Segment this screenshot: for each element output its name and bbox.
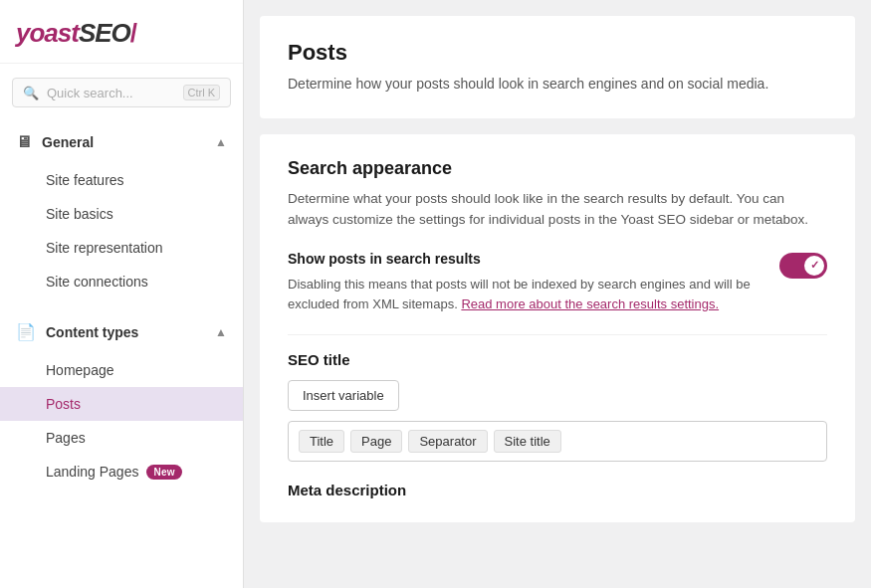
content-types-section-header[interactable]: 📄 Content types ▲ xyxy=(0,312,243,351)
logo-slash: / xyxy=(130,18,136,49)
logo-brand: yoast xyxy=(16,18,79,49)
document-icon: 📄 xyxy=(16,322,36,341)
content-types-chevron-icon: ▲ xyxy=(215,325,227,339)
show-in-search-description: Disabling this means that posts will not… xyxy=(288,275,760,314)
sidebar-item-site-connections[interactable]: Site connections xyxy=(0,265,243,298)
search-results-settings-link[interactable]: Read more about the search results setti… xyxy=(461,296,719,311)
search-placeholder: Quick search... xyxy=(47,86,175,100)
search-shortcut: Ctrl K xyxy=(183,85,221,100)
sidebar-item-site-representation[interactable]: Site representation xyxy=(0,231,243,265)
seo-title-section: SEO title Insert variable Title Page Sep… xyxy=(288,351,827,462)
logo-area: yoast SEO / xyxy=(0,0,243,64)
meta-description-label: Meta description xyxy=(288,482,827,498)
general-nav-items: Site features Site basics Site represent… xyxy=(0,161,243,300)
search-bar[interactable]: 🔍 Quick search... Ctrl K xyxy=(12,78,231,107)
sidebar-item-pages[interactable]: Pages xyxy=(0,421,243,455)
show-in-search-label-group: Show posts in search results Disabling t… xyxy=(288,251,779,314)
meta-description-section: Meta description xyxy=(288,482,827,498)
content-types-section-label: Content types xyxy=(46,324,138,340)
show-in-search-label: Show posts in search results xyxy=(288,251,760,267)
logo: yoast SEO / xyxy=(16,18,227,49)
seo-title-label: SEO title xyxy=(288,351,827,368)
content-types-nav-items: Homepage Posts Pages Landing Pages New xyxy=(0,351,243,490)
page-subtitle: Determine how your posts should look in … xyxy=(288,74,827,95)
monitor-icon: 🖥 xyxy=(16,133,32,151)
seo-title-tags-input[interactable]: Title Page Separator Site title xyxy=(288,421,827,462)
show-in-search-row: Show posts in search results Disabling t… xyxy=(288,251,827,335)
sidebar-item-homepage[interactable]: Homepage xyxy=(0,353,243,387)
sidebar-item-posts[interactable]: Posts xyxy=(0,387,243,421)
sidebar-item-site-basics[interactable]: Site basics xyxy=(0,197,243,231)
general-chevron-icon: ▲ xyxy=(215,135,227,149)
general-section-label: General xyxy=(42,134,94,150)
page-title: Posts xyxy=(288,40,827,66)
page-header-card: Posts Determine how your posts should lo… xyxy=(260,16,855,118)
tag-separator: Separator xyxy=(408,430,487,453)
tag-page: Page xyxy=(350,430,402,453)
insert-variable-button[interactable]: Insert variable xyxy=(288,380,399,411)
tag-title: Title xyxy=(299,430,344,453)
tag-site-title: Site title xyxy=(494,430,561,453)
general-section: 🖥 General ▲ Site features Site basics Si… xyxy=(0,117,243,306)
toggle-thumb: ✓ xyxy=(804,256,824,276)
show-in-search-toggle[interactable]: ✓ xyxy=(779,253,827,279)
content-types-section: 📄 Content types ▲ Homepage Posts Pages L… xyxy=(0,306,243,496)
new-badge: New xyxy=(146,465,181,480)
logo-product: SEO xyxy=(79,18,130,49)
search-appearance-title: Search appearance xyxy=(288,158,827,179)
main-content: Posts Determine how your posts should lo… xyxy=(244,0,871,588)
show-in-search-toggle-wrapper: ✓ xyxy=(779,253,827,279)
sidebar: yoast SEO / 🔍 Quick search... Ctrl K 🖥 G… xyxy=(0,0,244,588)
sidebar-item-site-features[interactable]: Site features xyxy=(0,163,243,197)
search-appearance-card: Search appearance Determine what your po… xyxy=(260,134,855,522)
search-appearance-description: Determine what your posts should look li… xyxy=(288,189,827,231)
search-icon: 🔍 xyxy=(23,86,39,100)
general-section-header[interactable]: 🖥 General ▲ xyxy=(0,123,243,161)
sidebar-item-landing-pages[interactable]: Landing Pages New xyxy=(0,455,243,489)
